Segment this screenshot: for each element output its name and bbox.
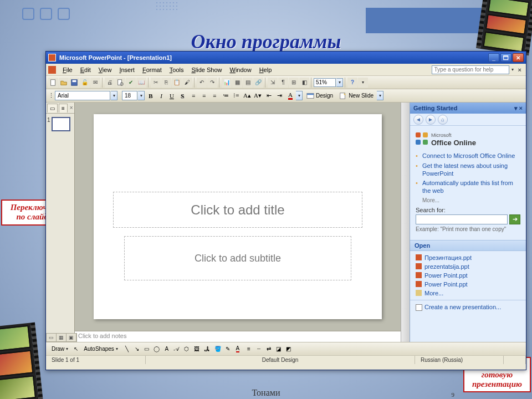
recent-file-2[interactable]: prezentatsija.ppt	[416, 262, 520, 271]
title-placeholder[interactable]: Click to add title	[113, 192, 362, 228]
link-more[interactable]: More...	[416, 197, 520, 203]
textbox-icon[interactable]: A	[162, 345, 171, 354]
email-icon[interactable]: ✉	[90, 78, 100, 88]
search-go-button[interactable]: ➔	[509, 214, 520, 224]
dash-style-icon[interactable]: ┄	[254, 345, 263, 354]
design-button[interactable]: Design	[304, 91, 336, 101]
menu-help[interactable]: Help	[256, 65, 275, 74]
save-icon[interactable]	[69, 78, 79, 88]
font-size-box[interactable]: 18	[122, 91, 137, 100]
font-name-box[interactable]: Arial	[55, 91, 110, 100]
font-color-draw-icon[interactable]: A	[233, 345, 242, 354]
print-icon[interactable]: 🖨	[105, 78, 115, 88]
zoom-value[interactable]: 51%	[314, 78, 336, 87]
taskpane-search-input[interactable]	[416, 214, 508, 224]
titlebar[interactable]: Microsoft PowerPoint - [Presentation1] _…	[46, 52, 526, 64]
wordart-icon[interactable]: 𝒜	[172, 345, 181, 354]
recent-file-4[interactable]: Power Point.ppt	[416, 280, 520, 289]
taskpane-header[interactable]: Getting Started ▾ ×	[410, 103, 526, 114]
cut-icon[interactable]: ✂	[151, 78, 161, 88]
vertical-scrollbar[interactable]	[401, 103, 410, 342]
font-color-icon[interactable]: A	[285, 91, 295, 101]
insert-hyperlink-icon[interactable]: 🔗	[253, 78, 263, 88]
recent-file-1[interactable]: Презинтация.ppt	[416, 253, 520, 262]
close-button[interactable]: ✕	[513, 53, 524, 62]
diagram-icon[interactable]: ⬡	[182, 345, 191, 354]
align-left-icon[interactable]: ≡	[188, 91, 198, 101]
select-objects-icon[interactable]: ↖	[71, 345, 80, 354]
new-slide-button[interactable]: New Slide	[336, 91, 376, 101]
close-panel-button[interactable]: ×	[68, 105, 75, 111]
taskpane-dropdown-icon[interactable]: ▾ ×	[514, 105, 523, 112]
subtitle-placeholder[interactable]: Click to add subtitle	[124, 236, 351, 280]
menu-slideshow[interactable]: Slide Show	[188, 65, 225, 74]
slide-thumbnail-1[interactable]: 1	[46, 114, 74, 135]
slideshow-view-button[interactable]: ▣	[66, 334, 76, 341]
shadow-button[interactable]: S	[177, 91, 187, 101]
italic-button[interactable]: I	[156, 91, 166, 101]
menu-window[interactable]: Window	[227, 65, 255, 74]
align-right-icon[interactable]: ≡	[209, 91, 219, 101]
bold-button[interactable]: B	[146, 91, 156, 101]
slide-canvas[interactable]: Click to add title Click to add subtitle	[94, 114, 382, 319]
show-grid-icon[interactable]: ⊞	[289, 78, 299, 88]
oval-icon[interactable]: ◯	[152, 345, 161, 354]
font-color-dropdown-icon[interactable]: ▾	[296, 91, 303, 100]
color-grayscale-icon[interactable]: ◧	[299, 78, 309, 88]
link-auto-update[interactable]: Automatically update this list from the …	[416, 178, 520, 196]
format-painter-icon[interactable]: 🖌	[182, 78, 192, 88]
spelling-icon[interactable]: ✔	[126, 78, 136, 88]
menu-insert[interactable]: Insert	[116, 65, 138, 74]
open-icon[interactable]	[59, 78, 69, 88]
increase-indent-icon[interactable]: ⇥	[274, 91, 284, 101]
show-formatting-icon[interactable]: ¶	[278, 78, 288, 88]
bullets-icon[interactable]: ⁝≡	[231, 91, 241, 101]
draw-menu-button[interactable]: Draw ▾	[49, 344, 70, 354]
close-document-button[interactable]: ×	[516, 66, 524, 73]
line-icon[interactable]: ╲	[122, 345, 131, 354]
menu-file[interactable]: File	[59, 65, 76, 74]
picture-icon[interactable]: 🏞	[202, 345, 211, 354]
undo-icon[interactable]: ↶	[197, 78, 207, 88]
numbering-icon[interactable]: ≔	[221, 91, 231, 101]
menu-format[interactable]: Format	[139, 65, 165, 74]
maximize-button[interactable]: 🗖	[500, 53, 511, 62]
print-preview-icon[interactable]	[115, 78, 125, 88]
arrow-icon[interactable]: ↘	[132, 345, 141, 354]
line-style-icon[interactable]: ≡	[244, 345, 253, 354]
fill-color-icon[interactable]: 🪣	[213, 345, 222, 354]
help-icon[interactable]: ?	[347, 78, 357, 88]
line-color-icon[interactable]: ✎	[223, 345, 232, 354]
clipart-icon[interactable]: 🖼	[192, 345, 201, 354]
document-icon[interactable]	[48, 66, 56, 74]
slides-tab[interactable]: ▭	[47, 104, 58, 112]
minimize-button[interactable]: _	[488, 53, 499, 62]
decrease-font-icon[interactable]: A▾	[253, 91, 263, 101]
outline-tab[interactable]: ≡	[59, 104, 68, 112]
forward-icon[interactable]: ►	[426, 115, 436, 125]
tables-borders-icon[interactable]: ▤	[243, 78, 253, 88]
autoshapes-button[interactable]: AutoShapes ▾	[81, 344, 120, 354]
redo-icon[interactable]: ↷	[207, 78, 217, 88]
toolbar-options-icon[interactable]: ▾	[358, 78, 368, 88]
expand-all-icon[interactable]: ⇲	[268, 78, 278, 88]
permission-icon[interactable]: 🔓	[80, 78, 90, 88]
create-new-presentation[interactable]: Create a new presentation...	[410, 300, 526, 314]
help-dropdown-icon[interactable]: ▾	[511, 68, 514, 72]
shadow-style-icon[interactable]: ◪	[274, 345, 283, 354]
arrow-style-icon[interactable]: ⇄	[264, 345, 273, 354]
sorter-view-button[interactable]: ▦	[57, 334, 66, 341]
align-center-icon[interactable]: ≡	[199, 91, 209, 101]
research-icon[interactable]: 📖	[136, 78, 146, 88]
underline-button[interactable]: U	[167, 91, 177, 101]
normal-view-button[interactable]: ▭	[47, 334, 57, 341]
link-connect-office-online[interactable]: Connect to Microsoft Office Online	[416, 151, 520, 161]
decrease-indent-icon[interactable]: ⇤	[264, 91, 274, 101]
new-icon[interactable]	[48, 78, 58, 88]
zoom-dropdown-icon[interactable]: ▾	[336, 78, 343, 87]
link-latest-news[interactable]: Get the latest news about using PowerPoi…	[416, 161, 520, 179]
menu-edit[interactable]: Edit	[77, 65, 94, 74]
insert-table-icon[interactable]: ▦	[232, 78, 242, 88]
home-icon[interactable]: ⌂	[438, 115, 448, 125]
increase-font-icon[interactable]: A▴	[242, 91, 252, 101]
